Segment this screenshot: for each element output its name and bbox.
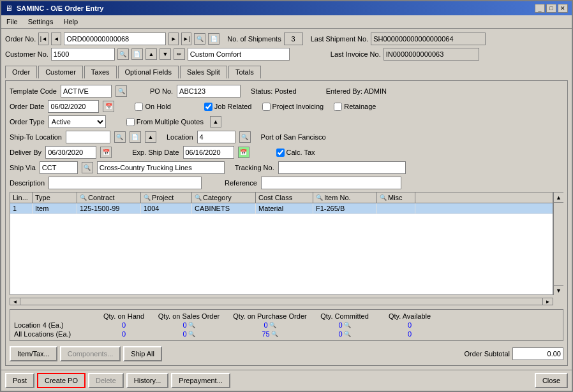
order-new-icon[interactable]: 📄	[208, 33, 220, 45]
create-po-button[interactable]: Create PO	[37, 373, 86, 388]
col-item-no: 🔍Item No.	[313, 192, 377, 203]
calc-tax-checkbox-label: Calc. Tax	[276, 149, 315, 157]
menu-help[interactable]: Help	[61, 17, 80, 27]
deliver-by-input[interactable]	[45, 146, 96, 159]
ship-via-search-icon[interactable]: 🔍	[82, 162, 93, 173]
tabs: Order Customer Taxes Optional Fields Sal…	[5, 66, 568, 78]
item-no-search-icon[interactable]: 🔍	[316, 194, 323, 201]
close-button[interactable]: Close	[535, 373, 568, 388]
components-button[interactable]: Components...	[60, 346, 121, 361]
job-related-checkbox[interactable]	[204, 103, 212, 111]
scroll-right[interactable]: ►	[542, 298, 553, 305]
project-search-icon[interactable]: 🔍	[144, 194, 151, 201]
all-purchase-drill-icon[interactable]: 🔍	[271, 331, 278, 337]
ship-all-button[interactable]: Ship All	[123, 346, 162, 361]
prepayment-button[interactable]: Prepayment...	[171, 373, 230, 388]
last-invoice-input	[383, 48, 479, 61]
ship-via-name-input	[97, 161, 225, 174]
maximize-button[interactable]: □	[546, 4, 556, 13]
tab-order[interactable]: Order	[5, 66, 37, 78]
exp-ship-date-calendar-icon[interactable]: 📅	[238, 147, 249, 158]
loc-committed-drill-icon[interactable]: 🔍	[344, 322, 351, 328]
loc-purchase-order-cell: 0 🔍	[228, 321, 311, 329]
post-button[interactable]: Post	[5, 373, 34, 388]
scroll-track	[554, 203, 563, 285]
scroll-up[interactable]: ▲	[554, 192, 563, 203]
grid-header: Lin... Type 🔍Contract 🔍Project 🔍Category…	[10, 192, 553, 203]
minimize-button[interactable]: _	[535, 4, 545, 13]
tab-optional-fields[interactable]: Optional Fields	[118, 66, 179, 78]
category-search-icon[interactable]: 🔍	[195, 194, 202, 201]
order-type-select[interactable]: Active	[48, 115, 106, 128]
on-hold-checkbox[interactable]	[135, 103, 143, 111]
cell-type: Item	[33, 203, 77, 214]
order-nav-prev[interactable]: ◄	[51, 33, 61, 45]
order-nav-next[interactable]: ►	[168, 33, 179, 45]
location-search-icon[interactable]: 🔍	[239, 131, 251, 143]
loc-available: 0	[378, 321, 442, 329]
retainage-checkbox[interactable]	[334, 103, 342, 111]
table-row[interactable]: 1 Item 125-1500-99 1004 CABINETS Materia…	[10, 203, 553, 214]
shipments-input	[284, 33, 303, 45]
all-purchase-order-cell: 75 🔍	[228, 330, 311, 338]
misc-search-icon[interactable]: 🔍	[380, 194, 387, 201]
qty-on-purchase-header: Qty. on Purchase Order	[228, 312, 311, 320]
scroll-down[interactable]: ▼	[554, 285, 563, 295]
order-nav-first[interactable]: |◄	[38, 33, 48, 45]
description-input[interactable]	[48, 177, 202, 189]
menu-settings[interactable]: Settings	[26, 17, 56, 27]
from-multiple-quotes-checkbox[interactable]	[126, 118, 135, 126]
horizontal-scrollbar[interactable]: ◄ ►	[10, 298, 553, 305]
reference-input[interactable]	[261, 177, 401, 189]
po-no-input[interactable]	[177, 85, 241, 98]
loc-on-hand: 0	[98, 321, 149, 329]
grid-scrollbar[interactable]: ▲ ▼	[553, 192, 563, 295]
loc-purchase-drill-icon[interactable]: 🔍	[269, 322, 276, 328]
location-input[interactable]	[197, 131, 235, 143]
all-sales-drill-icon[interactable]: 🔍	[188, 331, 195, 337]
tab-sales-split[interactable]: Sales Split	[180, 66, 227, 78]
tracking-no-label: Tracking No.	[235, 164, 274, 171]
calc-tax-checkbox[interactable]	[276, 149, 285, 157]
item-tax-button[interactable]: Item/Tax...	[10, 346, 57, 361]
close-window-button[interactable]: ✕	[558, 4, 568, 13]
scroll-left[interactable]: ◄	[10, 298, 20, 305]
loc-sales-drill-icon[interactable]: 🔍	[188, 322, 195, 328]
customer-no-input[interactable]	[51, 48, 115, 61]
order-date-calendar-icon[interactable]: 📅	[103, 101, 114, 112]
tab-taxes[interactable]: Taxes	[84, 66, 117, 78]
customer-up-icon[interactable]: ▲	[145, 48, 157, 60]
history-button[interactable]: History...	[126, 373, 169, 388]
ship-to-location-input[interactable]	[66, 131, 110, 143]
exp-ship-date-input[interactable]	[183, 146, 234, 159]
order-no-input[interactable]: ORD000000000068	[64, 33, 166, 45]
order-search-icon[interactable]: 🔍	[194, 33, 205, 45]
order-date-input[interactable]	[48, 100, 99, 113]
main-window: 🖥 SAMINC - O/E Order Entry _ □ ✕ File Se…	[0, 0, 573, 392]
last-invoice-label: Last Invoice No.	[331, 50, 381, 58]
customer-down-icon[interactable]: ▼	[160, 48, 171, 60]
project-invoicing-checkbox[interactable]	[262, 103, 271, 111]
menu-file[interactable]: File	[4, 17, 20, 27]
ship-via-input[interactable]	[40, 161, 78, 174]
customer-search-icon[interactable]: 🔍	[117, 48, 129, 60]
customer-edit-icon[interactable]: ✏	[174, 48, 185, 60]
contract-search-icon[interactable]: 🔍	[80, 194, 87, 201]
tab-customer[interactable]: Customer	[38, 66, 83, 78]
customer-name-input[interactable]	[188, 48, 290, 61]
delete-button[interactable]: Delete	[88, 373, 124, 388]
template-code-input[interactable]	[61, 85, 112, 98]
order-nav-last[interactable]: ►|	[181, 33, 191, 45]
cell-category: CABINETS	[192, 203, 256, 214]
tab-totals[interactable]: Totals	[228, 66, 261, 78]
deliver-by-calendar-icon[interactable]: 📅	[100, 147, 112, 158]
all-committed-drill-icon[interactable]: 🔍	[344, 331, 351, 337]
from-multiple-quotes-icon[interactable]: ▲	[210, 116, 221, 127]
customer-new-icon[interactable]: 📄	[131, 48, 143, 60]
all-on-hand: 0	[98, 330, 149, 338]
ship-to-new-icon[interactable]: 📄	[130, 131, 141, 143]
template-search-icon[interactable]: 🔍	[115, 85, 127, 97]
ship-to-search-icon[interactable]: 🔍	[114, 131, 126, 143]
ship-to-up-icon[interactable]: ▲	[145, 131, 156, 143]
tracking-no-input[interactable]	[278, 161, 406, 174]
